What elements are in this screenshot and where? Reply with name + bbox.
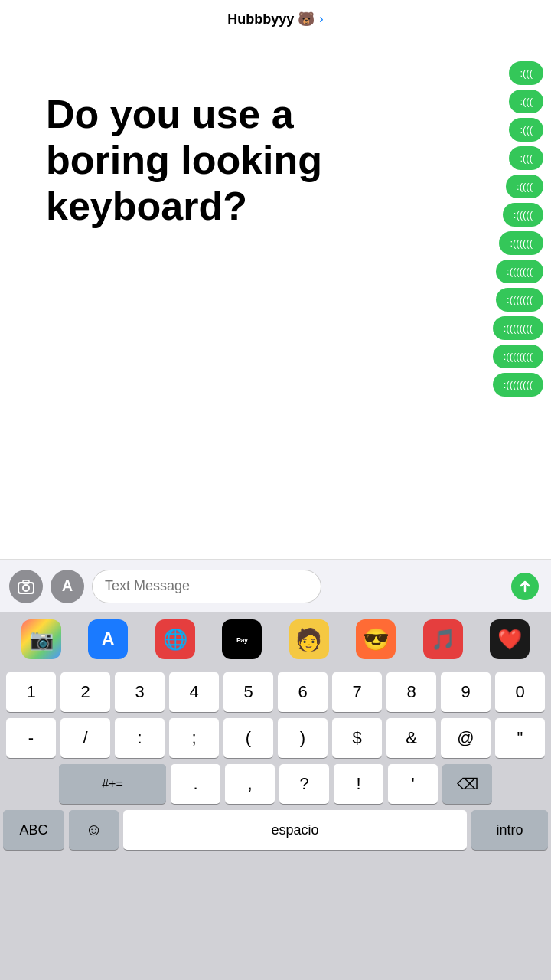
key-return[interactable]: intro <box>471 810 548 850</box>
header: Hubbbyyy 🐻 › <box>0 0 551 38</box>
message-bubble: :((((((( <box>496 288 543 312</box>
message-bubble: :(((((((( <box>493 345 543 368</box>
contact-name[interactable]: Hubbbyyy 🐻 <box>227 11 315 28</box>
number-row: 1 2 3 4 5 6 7 8 9 0 <box>3 672 548 712</box>
message-bubble: :(((((( <box>499 231 543 255</box>
question-text: Do you use a boring looking keyboard? <box>46 92 398 229</box>
chevron-right-icon[interactable]: › <box>319 12 323 26</box>
key-4[interactable]: 4 <box>169 672 219 712</box>
key-0[interactable]: 0 <box>495 672 545 712</box>
app-store-icon[interactable]: A <box>51 570 84 603</box>
app-shortcuts-row: 📷 A 🌐 Pay 🧑 😎 🎵 ❤️ <box>0 612 551 666</box>
svg-point-1 <box>23 585 29 591</box>
key-6[interactable]: 6 <box>278 672 328 712</box>
key-3[interactable]: 3 <box>115 672 165 712</box>
camera-icon[interactable] <box>9 570 43 603</box>
key-2[interactable]: 2 <box>60 672 110 712</box>
chat-area: Do you use a boring looking keyboard? :(… <box>0 38 551 559</box>
key-close-paren[interactable]: ) <box>278 718 328 758</box>
key-1[interactable]: 1 <box>6 672 56 712</box>
key-colon[interactable]: : <box>115 718 165 758</box>
key-question[interactable]: ? <box>279 764 329 804</box>
message-bubble: :((( <box>509 146 543 170</box>
applepay-app-icon[interactable]: Pay <box>222 619 262 659</box>
text-input-wrapper <box>92 570 542 603</box>
key-5[interactable]: 5 <box>223 672 273 712</box>
backspace-key[interactable]: ⌫ <box>442 764 492 804</box>
key-7[interactable]: 7 <box>332 672 382 712</box>
key-space[interactable]: espacio <box>123 810 467 850</box>
key-at[interactable]: @ <box>441 718 491 758</box>
message-bubble: :((((((( <box>496 260 543 283</box>
photos-app-icon[interactable]: 📷 <box>21 619 61 659</box>
music-app-icon[interactable]: 🎵 <box>423 619 463 659</box>
key-ampersand[interactable]: & <box>386 718 436 758</box>
message-bubble: :((( <box>509 61 543 85</box>
send-button[interactable] <box>511 573 539 600</box>
symbol-row: - / : ; ( ) $ & @ " <box>3 718 548 758</box>
key-comma[interactable]: , <box>225 764 275 804</box>
key-symbols-switch[interactable]: #+= <box>59 764 166 804</box>
bubbles-column: :(((:(((:(((:(((:((((:(((((:((((((:(((((… <box>493 61 543 397</box>
appstore-app-icon[interactable]: A <box>88 619 128 659</box>
message-bubble: :(((((((( <box>493 316 543 340</box>
key-quote[interactable]: " <box>495 718 545 758</box>
message-bubble: :((( <box>509 118 543 142</box>
memoji2-app-icon[interactable]: 😎 <box>356 619 396 659</box>
bottom-row: ABC ☺ espacio intro <box>3 810 548 850</box>
globe-app-icon[interactable]: 🌐 <box>155 619 195 659</box>
key-semicolon[interactable]: ; <box>169 718 219 758</box>
key-dash[interactable]: - <box>6 718 56 758</box>
key-apostrophe[interactable]: ' <box>388 764 438 804</box>
memoji-app-icon[interactable]: 🧑 <box>289 619 329 659</box>
message-bubble: :(((( <box>506 175 543 198</box>
key-open-paren[interactable]: ( <box>223 718 273 758</box>
punctuation-row: #+= . , ? ! ' ⌫ <box>3 764 548 804</box>
text-message-input[interactable] <box>92 570 321 603</box>
key-exclamation[interactable]: ! <box>334 764 383 804</box>
keyboard: 1 2 3 4 5 6 7 8 9 0 - / : ; ( ) $ & @ " … <box>0 666 551 980</box>
key-dollar[interactable]: $ <box>332 718 382 758</box>
key-8[interactable]: 8 <box>386 672 436 712</box>
key-period[interactable]: . <box>171 764 220 804</box>
message-bubble: :(((((((( <box>493 373 543 397</box>
key-slash[interactable]: / <box>60 718 110 758</box>
key-emoji[interactable]: ☺ <box>69 810 119 850</box>
key-abc[interactable]: ABC <box>3 810 64 850</box>
heart-app-icon[interactable]: ❤️ <box>490 619 530 659</box>
message-bubble: :((((( <box>503 203 543 227</box>
key-9[interactable]: 9 <box>441 672 491 712</box>
message-bubble: :((( <box>509 90 543 113</box>
input-bar: A <box>0 559 551 612</box>
